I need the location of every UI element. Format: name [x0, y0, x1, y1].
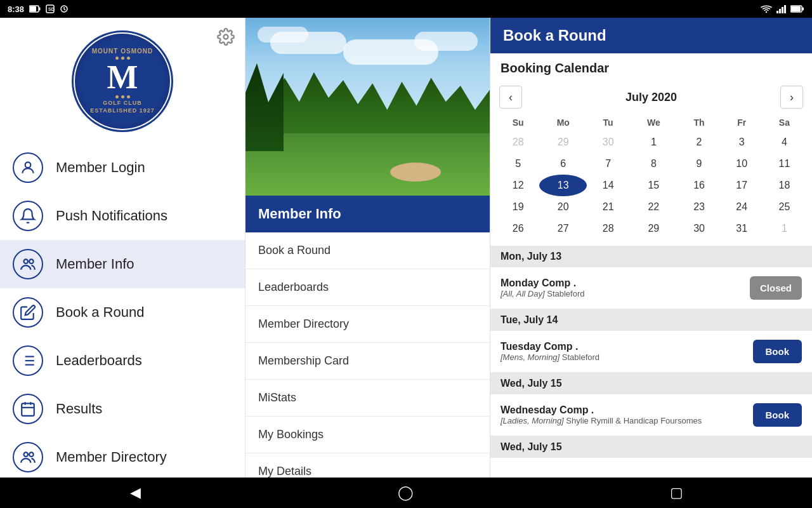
closed-button: Closed [750, 276, 802, 300]
event-item: Monday Comp .[All, All Day] StablefordCl… [490, 267, 812, 309]
sidebar-label-member-login: Member Login [56, 159, 145, 176]
middle-menu-my-details[interactable]: My Details [246, 453, 490, 478]
sidebar-item-member-directory[interactable]: Member Directory [0, 433, 245, 478]
middle-menu-mistats[interactable]: MiStats [246, 380, 490, 417]
status-indicators [760, 4, 804, 13]
sidebar-item-member-info[interactable]: Member Info [0, 240, 245, 288]
sidebar-item-member-login[interactable]: Member Login [0, 144, 245, 192]
calendar-day[interactable]: 1 [629, 131, 678, 153]
calendar-day[interactable]: 10 [721, 153, 763, 175]
sidebar-item-push-notifications[interactable]: Push Notifications [0, 192, 245, 240]
calendar-container: ‹ July 2020 › Su Mo Tu We Th Fr Sa [490, 81, 812, 246]
event-meta: [Ladies, Morning] Shylie Rymill & Handic… [501, 416, 753, 425]
event-meta: [All, All Day] Stableford [501, 289, 750, 298]
sidebar-item-book-a-round[interactable]: Book a Round [0, 288, 245, 337]
calendar-day[interactable]: 30 [678, 218, 720, 239]
gear-icon[interactable] [217, 28, 235, 46]
book-button[interactable]: Book [753, 340, 802, 363]
calendar-week-row: 567891011 [497, 153, 806, 175]
calendar-day[interactable]: 16 [678, 175, 720, 196]
logo-top-text: MOUNT OSMOND [92, 48, 153, 55]
back-button[interactable]: ◀ [116, 480, 154, 505]
calendar-day[interactable]: 23 [678, 196, 720, 218]
calendar-day[interactable]: 7 [587, 153, 629, 175]
svg-point-14 [25, 162, 31, 168]
calendar-next-button[interactable]: › [780, 86, 803, 109]
svg-point-27 [24, 452, 29, 457]
calendar-day[interactable]: 8 [629, 153, 678, 175]
calendar-day[interactable]: 9 [678, 153, 720, 175]
logo-bottom-text: GOLF CLUB [103, 100, 142, 107]
event-day-header: Tue, July 14 [490, 309, 812, 331]
calendar-day[interactable]: 14 [587, 175, 629, 196]
calendar-month-label: July 2020 [625, 91, 677, 104]
calendar-day[interactable]: 26 [497, 218, 539, 239]
event-day-header: Mon, July 13 [490, 246, 812, 267]
cal-header-th: Th [678, 114, 720, 131]
event-name: Tuesday Comp . [501, 341, 753, 352]
calendar-day[interactable]: 19 [497, 196, 539, 218]
calendar-day[interactable]: 27 [539, 218, 587, 239]
calendar-day[interactable]: 28 [497, 131, 539, 153]
battery-icon [29, 5, 41, 13]
calendar-day[interactable]: 29 [629, 218, 678, 239]
status-time: 8:38 SD [8, 4, 69, 14]
svg-rect-9 [784, 5, 786, 13]
calendar-day[interactable]: 20 [539, 196, 587, 218]
middle-panel: Member Info Book a Round Leaderboards Me… [245, 18, 490, 478]
person-icon [13, 152, 43, 183]
event-day-header: Wed, July 15 [490, 373, 812, 394]
middle-menu-book-round[interactable]: Book a Round [246, 232, 490, 269]
calendar-day[interactable]: 3 [721, 131, 763, 153]
sidebar-item-results[interactable]: Results [0, 385, 245, 433]
sidebar-label-member-info: Member Info [56, 256, 134, 272]
svg-rect-1 [39, 8, 41, 11]
calendar-week-row: 2829301234 [497, 131, 806, 153]
event-day-header: Wed, July 15 [490, 436, 812, 458]
logo-dots-2 [115, 95, 130, 98]
calendar-day[interactable]: 31 [721, 218, 763, 239]
calendar-day[interactable]: 1 [763, 218, 806, 239]
calendar-day[interactable]: 6 [539, 153, 587, 175]
calendar-day[interactable]: 21 [587, 196, 629, 218]
calendar-day[interactable]: 22 [629, 196, 678, 218]
calendar-day[interactable]: 18 [763, 175, 806, 196]
event-item: Tuesday Comp .[Mens, Morning] Stableford… [490, 331, 812, 373]
time-display: 8:38 [8, 4, 24, 14]
calendar-day[interactable]: 11 [763, 153, 806, 175]
event-name: Monday Comp . [501, 277, 750, 289]
calendar-prev-button[interactable]: ‹ [499, 86, 522, 109]
calendar-day[interactable]: 25 [763, 196, 806, 218]
wifi-icon [760, 4, 773, 13]
middle-menu-membership-card[interactable]: Membership Card [246, 343, 490, 380]
svg-rect-23 [22, 403, 34, 416]
calendar-day[interactable]: 17 [721, 175, 763, 196]
calendar-day[interactable]: 30 [587, 131, 629, 153]
calendar-day[interactable]: 29 [539, 131, 587, 153]
book-button[interactable]: Book [753, 403, 802, 427]
calendar-day[interactable]: 15 [629, 175, 678, 196]
cloud4 [414, 32, 478, 51]
calendar-day[interactable]: 4 [763, 131, 806, 153]
calendar-day[interactable]: 24 [721, 196, 763, 218]
cal-header-fr: Fr [721, 114, 763, 131]
sim-icon: SD [46, 4, 55, 13]
middle-menu-member-directory[interactable]: Member Directory [246, 306, 490, 343]
middle-menu-my-bookings[interactable]: My Bookings [246, 417, 490, 453]
sidebar-label-leaderboards: Leaderboards [56, 352, 142, 369]
calendar-header-row: Su Mo Tu We Th Fr Sa [497, 114, 806, 131]
calendar-day[interactable]: 5 [497, 153, 539, 175]
recents-button[interactable]: ▢ [658, 480, 696, 505]
svg-point-28 [29, 452, 33, 457]
sidebar-label-push-notifications: Push Notifications [56, 208, 167, 224]
svg-point-15 [24, 259, 29, 264]
home-button[interactable]: ◯ [387, 480, 425, 505]
calendar-day[interactable]: 2 [678, 131, 720, 153]
edit-icon [13, 297, 43, 328]
sidebar-item-leaderboards[interactable]: Leaderboards [0, 337, 245, 385]
calendar-day[interactable]: 12 [497, 175, 539, 196]
calendar-day[interactable]: 13 [539, 175, 587, 196]
calendar-day[interactable]: 28 [587, 218, 629, 239]
middle-menu-leaderboards[interactable]: Leaderboards [246, 269, 490, 306]
sidebar-label-member-directory: Member Directory [56, 449, 167, 465]
